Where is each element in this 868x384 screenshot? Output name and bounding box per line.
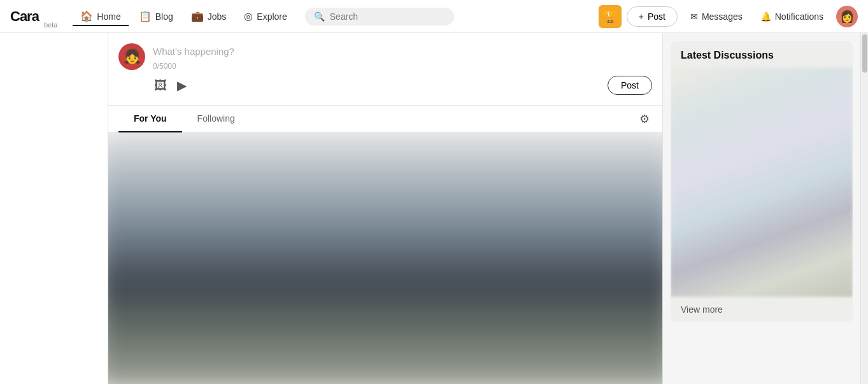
tab-for-you[interactable]: For You [118, 106, 182, 132]
messages-icon: ✉ [690, 11, 698, 22]
compose-box: 👧 What's happening? 0/5000 🖼 ▶ Post [108, 33, 662, 106]
discussions-blur-overlay [671, 68, 853, 297]
feed-blurred-post [108, 132, 662, 384]
compose-toolbar-left: 🖼 ▶ [153, 76, 188, 94]
nav-blog-label: Blog [155, 11, 173, 22]
compose-toolbar: 🖼 ▶ Post [153, 76, 652, 95]
navbar: Cara beta 🏠 Home 📋 Blog 💼 Jobs ◎ Explore… [0, 0, 868, 33]
brand-beta: beta [44, 21, 57, 29]
video-icon: ▶ [177, 78, 187, 92]
nav-jobs[interactable]: 💼 Jobs [183, 6, 234, 26]
post-button-label: Post [648, 11, 665, 22]
page-scrollbar[interactable] [860, 33, 868, 384]
search-bar[interactable]: 🔍 [305, 8, 454, 25]
compose-placeholder[interactable]: What's happening? [153, 43, 652, 62]
feed-content [108, 132, 662, 384]
nav-home-label: Home [97, 11, 120, 22]
compose-avatar-emoji: 👧 [124, 48, 141, 65]
trophy-icon: 🏆 [603, 10, 617, 24]
user-avatar[interactable]: 👩 [836, 6, 858, 27]
jobs-icon: 💼 [191, 10, 204, 22]
search-input[interactable] [330, 11, 445, 22]
compose-post-button[interactable]: Post [608, 76, 652, 95]
feed-tabs: For You Following ⚙ [108, 106, 662, 132]
messages-label: Messages [702, 11, 743, 22]
feed-settings-button[interactable]: ⚙ [637, 110, 652, 129]
nav-jobs-label: Jobs [208, 11, 227, 22]
discussions-image [671, 68, 853, 297]
nav-explore-label: Explore [257, 11, 287, 22]
notifications-button[interactable]: 🔔 Notifications [753, 8, 831, 25]
bell-icon: 🔔 [760, 11, 771, 22]
explore-icon: ◎ [244, 10, 253, 22]
nav-blog[interactable]: 📋 Blog [131, 6, 181, 26]
right-sidebar: Latest Discussions View more [663, 33, 860, 384]
video-upload-button[interactable]: ▶ [176, 76, 188, 94]
avatar-emoji: 👩 [840, 10, 854, 24]
post-button[interactable]: + Post [627, 6, 678, 27]
view-more-link[interactable]: View more [671, 297, 853, 322]
messages-button[interactable]: ✉ Messages [683, 8, 750, 25]
discussions-title: Latest Discussions [671, 41, 853, 68]
nav-home[interactable]: 🏠 Home [73, 6, 128, 26]
compose-counter: 0/5000 [153, 62, 652, 71]
image-upload-button[interactable]: 🖼 [153, 76, 168, 94]
nav-explore[interactable]: ◎ Explore [236, 6, 294, 26]
blog-icon: 📋 [139, 10, 152, 22]
home-icon: 🏠 [80, 10, 93, 22]
main-layout: 👧 What's happening? 0/5000 🖼 ▶ Post [0, 33, 868, 384]
brand-name[interactable]: Cara [10, 8, 39, 25]
search-icon: 🔍 [314, 11, 325, 22]
image-icon: 🖼 [154, 78, 167, 92]
compose-right: What's happening? 0/5000 🖼 ▶ Post [153, 43, 652, 95]
trophy-button[interactable]: 🏆 [599, 5, 622, 28]
settings-icon: ⚙ [639, 113, 650, 125]
notifications-label: Notifications [775, 11, 823, 22]
discussions-card: Latest Discussions View more [671, 41, 853, 322]
tab-following[interactable]: Following [182, 106, 250, 132]
post-plus-icon: + [639, 11, 644, 22]
center-content: 👧 What's happening? 0/5000 🖼 ▶ Post [108, 33, 663, 384]
scrollbar-thumb[interactable] [862, 34, 867, 73]
compose-avatar: 👧 [118, 43, 145, 70]
left-sidebar [0, 33, 108, 384]
